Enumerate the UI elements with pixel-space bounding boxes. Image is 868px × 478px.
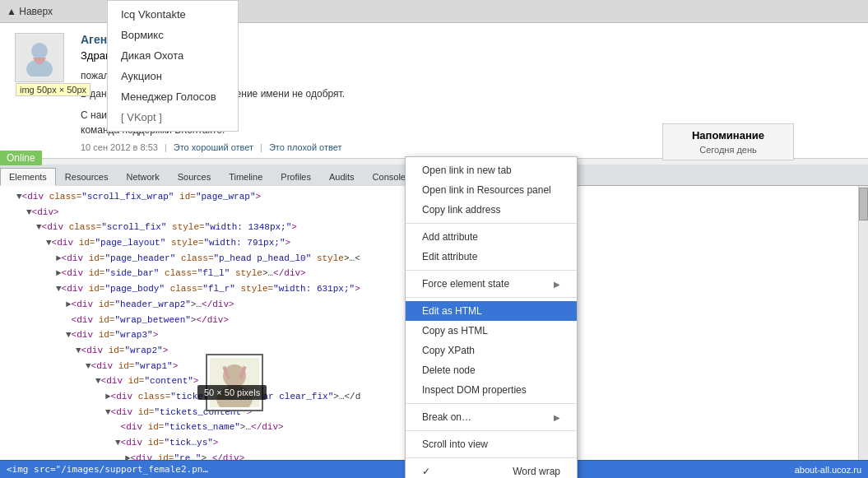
ctx-arrow-break: ▶ xyxy=(554,413,560,422)
ctx-scroll-view[interactable]: Scroll into view xyxy=(406,434,577,454)
tab-profiles[interactable]: Profiles xyxy=(272,168,320,186)
bad-answer-link[interactable]: Это плохой ответ xyxy=(269,142,342,152)
thumbnail-image xyxy=(210,358,259,407)
pixel-tooltip: 50 × 50 pixels xyxy=(197,385,267,400)
ctx-edit-html[interactable]: Edit as HTML xyxy=(406,301,577,321)
ctx-sep-1 xyxy=(406,223,577,224)
ctx-force-state[interactable]: Force element state ▶ xyxy=(406,274,577,294)
good-answer-link[interactable]: Это хороший ответ xyxy=(174,142,253,152)
online-badge: Online xyxy=(0,151,42,165)
ctx-copy-xpath[interactable]: Copy XPath xyxy=(406,341,577,360)
scrollbar-thumb[interactable] xyxy=(859,188,868,220)
ctx-word-wrap[interactable]: ✓ Word wrap xyxy=(406,462,577,478)
ctx-sep-3 xyxy=(406,297,577,298)
context-menu: Open link in new tab Open link in Resour… xyxy=(405,156,578,478)
ctx-sep-2 xyxy=(406,270,577,271)
ctx-arrow-force: ▶ xyxy=(554,280,560,289)
nav-menu: Icq Vkontakte Вормикс Дикая Охота Аукцио… xyxy=(107,0,239,132)
nav-item-vkopt[interactable]: [ VKopt ] xyxy=(108,107,238,128)
nav-item-voice[interactable]: Менеджер Голосов xyxy=(108,86,238,107)
dom-thumbnail xyxy=(206,354,263,411)
ctx-add-attr[interactable]: Add attribute xyxy=(406,227,577,247)
ctx-break-on[interactable]: Break on… ▶ xyxy=(406,407,577,427)
back-button[interactable]: ▲ Наверх xyxy=(7,6,53,17)
avatar: img 50px × 50px xyxy=(15,33,64,82)
reminder-subtitle: Сегодня день xyxy=(671,145,785,155)
nav-item-icq[interactable]: Icq Vkontakte xyxy=(108,4,238,25)
ctx-delete-node[interactable]: Delete node xyxy=(406,360,577,380)
tab-audits[interactable]: Audits xyxy=(320,168,364,186)
ctx-open-resources[interactable]: Open link in Resources panel xyxy=(406,180,577,200)
ctx-edit-attr[interactable]: Edit attribute xyxy=(406,247,577,267)
tab-elements[interactable]: Elements xyxy=(0,168,56,186)
ctx-inspect-dom[interactable]: Inspect DOM properties xyxy=(406,380,577,400)
nav-item-auction[interactable]: Аукцион xyxy=(108,66,238,86)
ctx-copy-html[interactable]: Copy as HTML xyxy=(406,321,577,341)
reminder-box: Напоминание Сегодня день xyxy=(662,123,794,160)
ctx-sep-5 xyxy=(406,430,577,431)
avatar-image xyxy=(23,39,56,77)
ctx-copy-link[interactable]: Copy link address xyxy=(406,200,577,220)
reminder-title: Напоминание xyxy=(671,129,785,142)
tab-network[interactable]: Network xyxy=(117,168,168,186)
ctx-check-icon: ✓ xyxy=(422,466,430,477)
nav-item-hunt[interactable]: Дикая Охота xyxy=(108,45,238,66)
ctx-sep-6 xyxy=(406,457,577,458)
scrollbar[interactable] xyxy=(858,186,868,460)
tab-timeline[interactable]: Timeline xyxy=(220,168,272,186)
tab-sources[interactable]: Sources xyxy=(169,168,220,186)
img-size-label: img 50px × 50px xyxy=(16,83,91,96)
ctx-open-new-tab[interactable]: Open link in new tab xyxy=(406,160,577,180)
nav-item-wormix[interactable]: Вормикс xyxy=(108,25,238,45)
status-text: <img src="/images/support_female2.pn… xyxy=(7,464,795,475)
tab-resources[interactable]: Resources xyxy=(56,168,118,186)
status-right: about-all.ucoz.ru xyxy=(795,465,861,475)
svg-point-0 xyxy=(31,43,48,59)
ctx-sep-4 xyxy=(406,403,577,404)
